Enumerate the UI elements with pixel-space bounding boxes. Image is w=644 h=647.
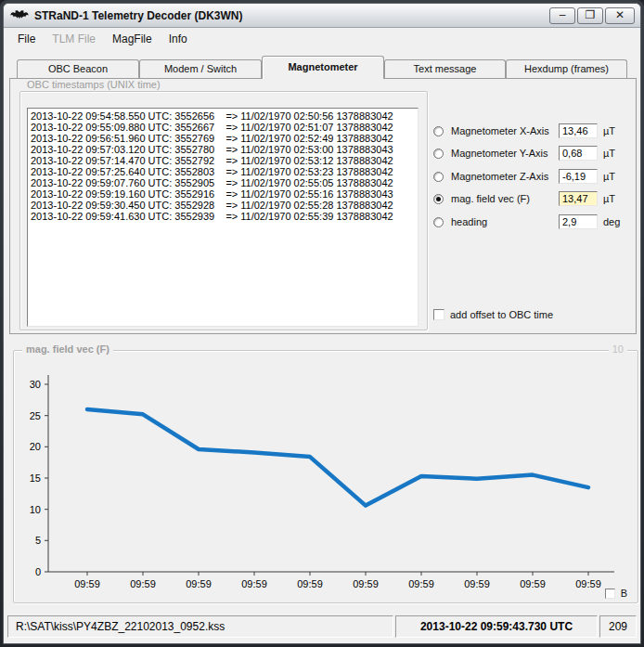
svg-text:09:59: 09:59 [297, 578, 323, 589]
unit-label-mag-x: µT [603, 125, 615, 136]
list-item[interactable]: 2013-10-22 09:54:58.550 UTC: 3552656 => … [31, 110, 418, 122]
readout-row-mag-z: Magnetometer Z-Axis µT [433, 168, 634, 185]
tab-text-message[interactable]: Text message [384, 59, 506, 78]
value-field-mag-z[interactable] [559, 169, 598, 184]
tab-obc-beacon[interactable]: OBC Beacon [17, 59, 139, 78]
menu-file[interactable]: File [9, 31, 44, 47]
radio-magnetometer-x-axis[interactable] [433, 126, 444, 136]
radio-heading[interactable] [433, 217, 444, 227]
svg-text:25: 25 [30, 410, 41, 421]
readout-row-mag-x: Magnetometer X-Axis µT [433, 123, 634, 139]
list-item[interactable]: 2013-10-22 09:55:09.880 UTC: 3552667 => … [31, 122, 418, 133]
maximize-button[interactable]: ❐ [577, 7, 603, 24]
svg-text:09:59: 09:59 [575, 578, 601, 589]
unit-label-field-vec: µT [603, 193, 615, 204]
tab-magnetometer[interactable]: Magnetometer [262, 56, 384, 79]
svg-text:09:59: 09:59 [353, 578, 379, 589]
unit-label-mag-y: µT [603, 148, 615, 159]
readout-row-mag-y: Magnetometer Y-Axis µT [433, 145, 634, 162]
svg-text:5: 5 [35, 535, 41, 546]
svg-text:09:59: 09:59 [408, 578, 434, 589]
menu-tlm-file[interactable]: TLM File [44, 31, 104, 47]
unit-label-mag-z: µT [603, 171, 615, 182]
svg-text:0: 0 [35, 566, 41, 577]
b-checkbox[interactable] [605, 589, 615, 599]
menu-info[interactable]: Info [161, 31, 196, 47]
svg-text:09:59: 09:59 [241, 578, 267, 589]
unit-label-heading: deg [603, 216, 620, 227]
readout-label-field-vec: mag. field vec (F) [451, 193, 559, 204]
window-title: STRaND-1 Telemetry Decoder (DK3WN) [34, 9, 243, 22]
obc-timestamps-group-label: OBC timestamps (UNIX time) [23, 79, 164, 90]
list-item[interactable]: 2013-10-22 09:59:30.450 UTC: 3552928 => … [31, 200, 418, 211]
value-field-mag-x[interactable] [559, 123, 598, 138]
svg-text:10: 10 [30, 504, 41, 515]
value-field-heading[interactable] [559, 214, 598, 229]
tab-hexdump-frames[interactable]: Hexdump (frames) [506, 59, 627, 78]
app-window: STRaND-1 Telemetry Decoder (DK3WN) – ❐ ✕… [3, 3, 641, 644]
readout-label-mag-x: Magnetometer X-Axis [451, 125, 559, 136]
status-utc-timestamp: 2013-10-22 09:59:43.730 UTC [395, 615, 598, 638]
b-checkbox-label[interactable]: B [621, 588, 627, 599]
svg-text:15: 15 [30, 472, 41, 484]
offset-checkbox-row: add offset to OBC time [433, 309, 553, 320]
mag-field-vec-group: mag. field vec (F) 10 05101520253009:590… [11, 342, 640, 605]
svg-text:09:59: 09:59 [186, 578, 212, 589]
titlebar[interactable]: STRaND-1 Telemetry Decoder (DK3WN) – ❐ ✕ [4, 4, 640, 28]
add-offset-checkbox[interactable] [433, 309, 444, 320]
svg-text:09:59: 09:59 [520, 578, 546, 589]
obc-timestamps-list[interactable]: 2013-10-22 09:54:58.550 UTC: 3552656 => … [27, 108, 419, 327]
readout-row-field-vec: mag. field vec (F) µT [433, 190, 634, 207]
list-item[interactable]: 2013-10-22 09:56:51.960 UTC: 3552769 => … [31, 133, 418, 144]
svg-text:09:59: 09:59 [130, 578, 156, 589]
list-item[interactable]: 2013-10-22 09:57:14.470 UTC: 3552792 => … [31, 155, 418, 166]
chart-points-count: 10 [609, 343, 627, 355]
readout-label-heading: heading [451, 216, 559, 227]
readout-label-mag-z: Magnetometer Z-Axis [451, 171, 559, 182]
window-frame: STRaND-1 Telemetry Decoder (DK3WN) – ❐ ✕… [0, 0, 644, 647]
mag-field-vec-chart: 05101520253009:5909:5909:5909:5909:5909:… [13, 353, 637, 596]
value-field-mag-y[interactable] [559, 146, 598, 161]
svg-text:09:59: 09:59 [464, 578, 490, 589]
minimize-button[interactable]: – [549, 7, 575, 24]
svg-text:30: 30 [30, 379, 41, 390]
svg-text:09:59: 09:59 [74, 578, 100, 589]
radio-magnetometer-z-axis[interactable] [433, 172, 444, 182]
list-item[interactable]: 2013-10-22 09:57:03.120 UTC: 3552780 => … [31, 144, 418, 155]
svg-text:20: 20 [30, 441, 41, 452]
menu-magfile[interactable]: MagFile [104, 31, 161, 47]
list-item[interactable]: 2013-10-22 09:59:07.760 UTC: 3552905 => … [31, 177, 418, 188]
radio-mag-field-vec[interactable] [433, 194, 444, 204]
list-item[interactable]: 2013-10-22 09:59:19.160 UTC: 3552916 => … [31, 188, 418, 200]
radio-magnetometer-y-axis[interactable] [433, 149, 444, 159]
value-field-mag-vec[interactable] [559, 191, 598, 206]
status-file-path: R:\SAT\kiss\PY4ZBZ_22102013_0952.kss [7, 615, 393, 638]
tab-modem-switch[interactable]: Modem / Switch [139, 59, 262, 78]
readout-label-mag-y: Magnetometer Y-Axis [451, 148, 559, 159]
close-button[interactable]: ✕ [605, 7, 635, 24]
tab-strip: OBC Beacon Modem / Switch Magnetometer T… [17, 56, 627, 79]
b-checkbox-row: B [605, 588, 627, 599]
status-frame-count: 209 [599, 615, 637, 638]
list-item[interactable]: 2013-10-22 09:57:25.640 UTC: 3552803 => … [31, 166, 418, 177]
app-icon-bat [10, 9, 29, 21]
menubar: File TLM File MagFile Info [4, 29, 640, 49]
list-item[interactable]: 2013-10-22 09:59:41.630 UTC: 3552939 => … [31, 211, 418, 222]
tab-panel-magnetometer: OBC timestamps (UNIX time) 2013-10-22 09… [9, 78, 637, 334]
add-offset-checkbox-label[interactable]: add offset to OBC time [450, 309, 553, 320]
chart-group-label: mag. field vec (F) [22, 343, 113, 355]
readout-row-heading: heading deg [433, 214, 634, 230]
statusbar: R:\SAT\kiss\PY4ZBZ_22102013_0952.kss 201… [6, 613, 638, 641]
